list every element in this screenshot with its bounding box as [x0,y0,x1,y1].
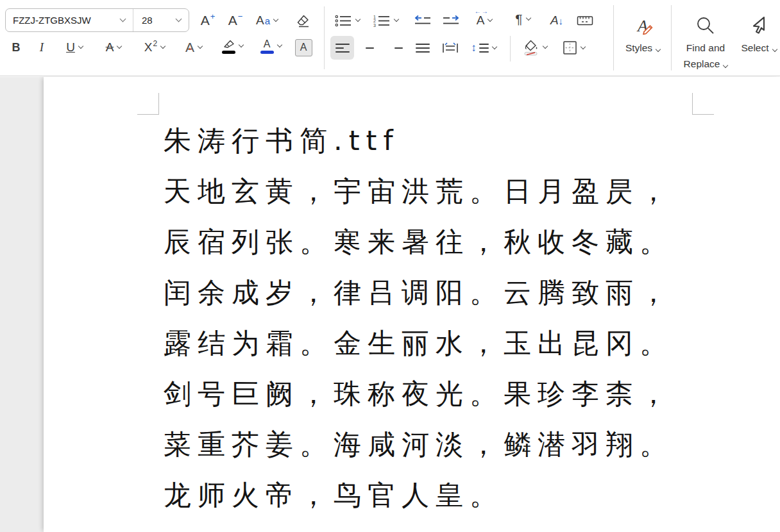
numbering-button[interactable]: 1 2 3 [370,10,401,31]
align-left-button[interactable] [330,36,354,60]
bullets-button[interactable] [332,10,362,31]
underline-button[interactable]: U [59,37,90,58]
pilcrow-icon: ¶ [515,12,522,27]
text-line[interactable]: 露结为霜。金生丽水，玉出昆冈。 [164,318,674,369]
numbered-list-icon: 1 2 3 [373,15,391,27]
underline-icon: U [66,40,75,54]
font-color-swatch [260,51,274,54]
text-line[interactable]: 朱涛行书简.ttf [164,115,674,166]
text-line[interactable]: 剑号巨阙，珠称夜光。果珍李柰， [164,369,674,419]
find-replace-button[interactable]: Find and Replace [674,8,738,72]
shading-button[interactable] [518,35,552,60]
text-highlight-button[interactable] [216,36,249,56]
document-workspace: 朱涛行书简.ttf天地玄黄，宇宙洪荒。日月盈昃，辰宿列张。寒来暑往，秋收冬藏。闰… [0,77,780,532]
chevron-down-icon [78,44,83,49]
chevron-down-icon [198,44,203,49]
character-shading-icon: A [295,39,312,56]
grow-font-button[interactable]: A+ [194,10,221,31]
text-effects-button[interactable]: A ▲ [177,37,210,58]
character-shading-button[interactable]: A [294,37,313,58]
letter-A: A [264,39,271,49]
highlighter-icon [221,39,235,54]
increase-indent-button[interactable] [439,10,463,31]
align-right-button[interactable] [384,36,407,60]
divider [613,5,614,71]
font-color-icon: A [260,39,274,54]
superscript-exp-icon: 2 [153,39,158,48]
chevron-down-icon [117,44,122,49]
chevron-down-icon [580,44,585,49]
character-spacing-button[interactable]: ←→ A [468,10,501,31]
superscript-button[interactable]: X2 [137,37,172,58]
italic-button[interactable]: I [32,37,51,58]
distribute-icon [442,42,459,54]
chevron-down-icon [120,16,126,22]
paint-bucket-icon [523,39,539,56]
styles-label: Styles [625,42,652,53]
search-icon [695,8,716,36]
text-line[interactable]: 龙师火帝，鸟官人皇。 [164,470,674,520]
eraser-icon [294,12,311,29]
bold-icon: B [12,41,21,54]
chevron-down-icon [492,44,497,49]
divider [671,5,672,71]
align-center-button[interactable] [358,36,381,60]
align-right-icon [389,44,403,53]
margin-cropmark-topright [692,93,714,115]
up-down-arrow-icon: ↕ [471,42,477,54]
shrink-font-icon: A [228,13,237,28]
cursor-arrow-icon [749,8,768,36]
ruler-button[interactable] [572,10,598,31]
line-spacing-button[interactable]: ↕ [466,36,502,60]
chevron-down-icon [239,42,244,47]
font-combobox: FZZJ-ZTGBXSJW 28 [5,8,189,32]
font-size-select[interactable]: 28 [133,9,189,31]
plus-icon: + [210,12,216,21]
paragraph-marks-button[interactable]: ¶ [508,9,538,29]
chevron-down-icon [656,47,661,52]
change-case-a-icon: a [265,15,270,26]
spacing-lines-icon [479,44,489,53]
divider [510,36,511,62]
text-line[interactable]: 菜重芥姜。海咸河淡，鳞潜羽翔。 [164,419,674,470]
select-button[interactable]: Select [738,8,780,72]
text-line[interactable]: 闰余成岁，律吕调阳。云腾致雨， [164,267,674,318]
text-line[interactable]: 辰宿列张。寒来暑往，秋收冬藏。 [164,217,674,267]
align-left-icon [335,44,350,53]
select-label: Select [741,42,768,53]
justify-button[interactable] [411,36,434,60]
strikethrough-button[interactable]: A [98,37,130,58]
chevron-down-icon [355,17,360,22]
change-case-button[interactable]: Aa [250,10,284,31]
text-effects-icon: A ▲ [185,40,194,55]
font-name-value: FZZJ-ZTGBXSJW [13,15,91,26]
divider [324,6,325,69]
ruler-icon [577,14,593,27]
document-page[interactable]: 朱涛行书简.ttf天地玄黄，宇宙洪荒。日月盈昃，辰宿列张。寒来暑往，秋收冬藏。闰… [44,77,780,532]
chevron-down-icon [525,15,530,21]
decrease-indent-button[interactable] [411,10,435,31]
font-color-button[interactable]: A [255,36,287,56]
borders-button[interactable] [557,36,590,60]
sort-button[interactable]: A ↓ [544,10,570,31]
change-case-icon: A [256,13,264,28]
shrink-font-button[interactable]: A− [223,10,248,31]
bold-button[interactable]: B [6,37,26,58]
chevron-down-icon [488,17,493,22]
distribute-button[interactable] [438,36,462,60]
text-line[interactable]: 天地玄黄，宇宙洪荒。日月盈昃， [164,166,674,217]
letter-A: A [477,13,485,27]
superscript-x-icon: X [144,40,153,54]
document-text: 朱涛行书简.ttf天地玄黄，宇宙洪荒。日月盈昃，辰宿列张。寒来暑往，秋收冬藏。闰… [164,115,674,520]
font-size-value: 28 [142,15,153,26]
styles-button[interactable]: A Styles [615,8,671,72]
minus-icon: − [238,12,243,21]
orange-accent: ▲ [188,46,192,51]
clear-formatting-button[interactable] [290,10,316,31]
chevron-down-icon [276,42,282,47]
down-arrow-icon: ↓ [559,15,564,26]
chevron-down-icon [273,17,278,22]
find-replace-label-1: Find and [686,40,725,56]
font-name-select[interactable]: FZZJ-ZTGBXSJW [6,9,133,31]
align-center-icon [362,44,377,53]
